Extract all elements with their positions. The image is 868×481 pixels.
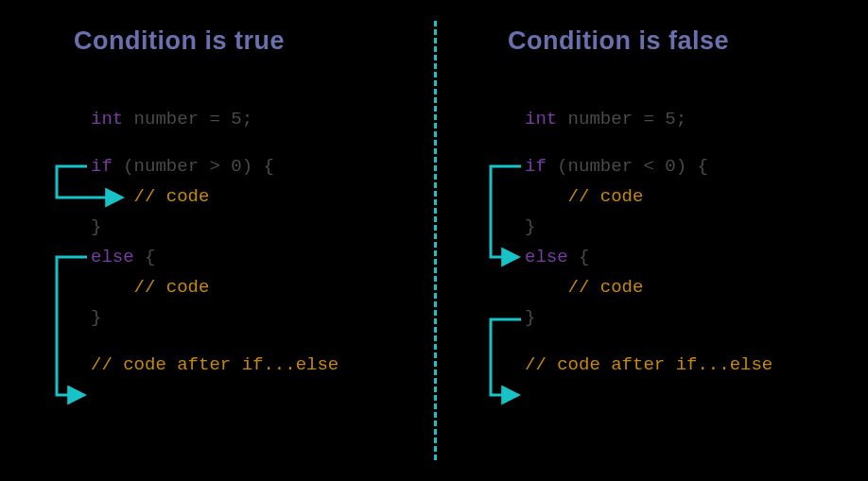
else-body-comment: // code [525,277,643,298]
kw-else: else [525,247,568,267]
after-comment: // code after if...else [525,354,773,375]
kw-if: if [91,156,113,177]
line-if-body: // code [525,181,773,212]
code-block-false: int number = 5; if (number < 0) { // cod… [525,104,773,380]
line-if-close: } [525,212,773,242]
heading-false: Condition is false [508,26,729,56]
line-decl: int number = 5; [525,104,773,134]
code-block-true: int number = 5; if (number > 0) { // cod… [91,104,339,380]
kw-int: int [91,109,123,129]
decl-rest: number = 5; [123,109,252,129]
line-else-body: // code [525,272,773,302]
if-cond: (number < 0) { [547,156,708,177]
line-else: else { [91,242,339,272]
line-else-close: } [91,302,339,333]
line-if: if (number < 0) { [525,151,773,181]
else-body-comment: // code [91,277,209,298]
line-after: // code after if...else [525,350,773,380]
kw-else: else [91,247,134,267]
line-after: // code after if...else [91,350,339,380]
if-body-comment: // code [525,186,643,207]
line-else-close: } [525,302,773,333]
line-if: if (number > 0) { [91,151,339,181]
after-comment: // code after if...else [91,354,339,375]
kw-if: if [525,156,547,177]
decl-rest: number = 5; [557,109,686,129]
line-decl: int number = 5; [91,104,339,134]
line-if-body: // code [91,181,339,212]
line-else: else { [525,242,773,272]
panel-false: Condition is false int number = 5; if (n… [434,0,868,481]
if-cond: (number > 0) { [113,156,274,177]
if-body-comment: // code [91,186,209,207]
kw-int: int [525,109,557,129]
line-else-body: // code [91,272,339,302]
heading-true: Condition is true [74,26,285,56]
else-open: { [134,247,156,267]
panel-true: Condition is true int number = 5; if (nu… [0,0,434,481]
line-if-close: } [91,212,339,242]
vertical-divider [434,21,437,460]
else-open: { [568,247,590,267]
